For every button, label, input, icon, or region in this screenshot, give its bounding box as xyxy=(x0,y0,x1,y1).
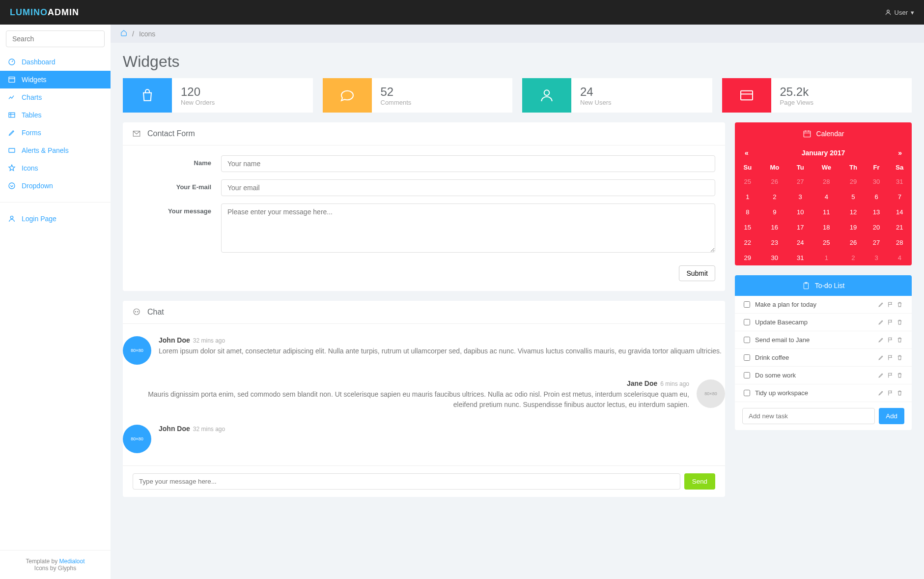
todo-checkbox[interactable] xyxy=(744,301,750,308)
svg-point-5 xyxy=(9,183,15,189)
todo-text: Send email to Jane xyxy=(755,336,873,344)
calendar-day[interactable]: 18 xyxy=(812,220,841,235)
calendar-day[interactable]: 14 xyxy=(888,204,912,220)
flag-icon[interactable] xyxy=(887,337,894,343)
sidebar-item-forms[interactable]: Forms xyxy=(0,124,111,142)
calendar-next[interactable]: » xyxy=(898,149,902,157)
name-input[interactable] xyxy=(221,155,715,172)
todo-checkbox[interactable] xyxy=(744,319,750,325)
edit-icon[interactable] xyxy=(878,301,884,308)
email-input[interactable] xyxy=(221,179,715,196)
search-input[interactable] xyxy=(6,30,105,47)
calendar-day[interactable]: 22 xyxy=(735,235,760,250)
chat-input[interactable] xyxy=(133,473,680,490)
sidebar-item-tables[interactable]: Tables xyxy=(0,106,111,124)
trash-icon[interactable] xyxy=(896,337,903,343)
calendar-day[interactable]: 20 xyxy=(866,220,888,235)
calendar-day[interactable]: 26 xyxy=(760,174,789,189)
todo-add-input[interactable] xyxy=(742,408,875,424)
calendar-day[interactable]: 21 xyxy=(888,220,912,235)
calendar-day[interactable]: 10 xyxy=(789,204,812,220)
calendar-day[interactable]: 2 xyxy=(841,250,865,265)
calendar-day[interactable]: 17 xyxy=(789,220,812,235)
calendar-day[interactable]: 30 xyxy=(866,174,888,189)
home-icon[interactable] xyxy=(120,29,127,38)
calendar-dow: Su xyxy=(735,161,760,174)
message-textarea[interactable] xyxy=(221,203,715,253)
trash-icon[interactable] xyxy=(896,354,903,361)
calendar-day[interactable]: 29 xyxy=(841,174,865,189)
calendar-day[interactable]: 2 xyxy=(760,189,789,204)
flag-icon[interactable] xyxy=(887,301,894,308)
sidebar: Dashboard Widgets Charts Tables Forms Al… xyxy=(0,25,111,517)
message-label: Your message xyxy=(133,203,221,215)
calendar-day[interactable]: 29 xyxy=(735,250,760,265)
calendar-day[interactable]: 9 xyxy=(760,204,789,220)
trash-icon[interactable] xyxy=(896,301,903,308)
sidebar-item-widgets[interactable]: Widgets xyxy=(0,71,111,88)
calendar-day[interactable]: 4 xyxy=(812,189,841,204)
calendar-day[interactable]: 25 xyxy=(735,174,760,189)
calendar-prev[interactable]: « xyxy=(745,149,749,157)
login-icon xyxy=(8,215,16,223)
trash-icon[interactable] xyxy=(896,372,903,378)
svg-point-7 xyxy=(544,90,550,95)
calendar-day[interactable]: 8 xyxy=(735,204,760,220)
add-button[interactable]: Add xyxy=(879,408,904,424)
sidebar-item-charts[interactable]: Charts xyxy=(0,88,111,106)
calendar-day[interactable]: 26 xyxy=(841,235,865,250)
calendar-day[interactable]: 27 xyxy=(789,174,812,189)
trash-icon[interactable] xyxy=(896,390,903,396)
calendar-day[interactable]: 6 xyxy=(866,189,888,204)
flag-icon[interactable] xyxy=(887,319,894,325)
calendar-day[interactable]: 1 xyxy=(812,250,841,265)
calendar-day[interactable]: 12 xyxy=(841,204,865,220)
calendar-day[interactable]: 5 xyxy=(841,189,865,204)
user-menu[interactable]: User ▾ xyxy=(885,9,914,16)
calendar-day[interactable]: 28 xyxy=(888,235,912,250)
flag-icon[interactable] xyxy=(887,372,894,378)
edit-icon[interactable] xyxy=(878,372,884,378)
calendar-day[interactable]: 23 xyxy=(760,235,789,250)
sidebar-item-dropdown[interactable]: Dropdown xyxy=(0,177,111,195)
calendar-day[interactable]: 15 xyxy=(735,220,760,235)
flag-icon[interactable] xyxy=(887,390,894,396)
sidebar-item-alerts[interactable]: Alerts & Panels xyxy=(0,142,111,159)
panel-header: Chat xyxy=(123,301,725,324)
calendar-day[interactable]: 4 xyxy=(888,250,912,265)
todo-checkbox[interactable] xyxy=(744,337,750,343)
brand[interactable]: LUMINOADMIN xyxy=(10,7,79,18)
calendar-day[interactable]: 1 xyxy=(735,189,760,204)
svg-rect-13 xyxy=(804,131,811,137)
charts-icon xyxy=(8,93,16,101)
sidebar-item-login[interactable]: Login Page xyxy=(0,210,111,228)
calendar-day[interactable]: 24 xyxy=(789,235,812,250)
calendar-day[interactable]: 25 xyxy=(812,235,841,250)
calendar-day[interactable]: 11 xyxy=(812,204,841,220)
send-button[interactable]: Send xyxy=(684,473,715,490)
edit-icon[interactable] xyxy=(878,390,884,396)
sidebar-item-icons[interactable]: Icons xyxy=(0,159,111,177)
edit-icon[interactable] xyxy=(878,319,884,325)
calendar-day[interactable]: 3 xyxy=(789,189,812,204)
submit-button[interactable]: Submit xyxy=(679,265,715,281)
calendar-day[interactable]: 28 xyxy=(812,174,841,189)
calendar-day[interactable]: 31 xyxy=(888,174,912,189)
sidebar-item-dashboard[interactable]: Dashboard xyxy=(0,53,111,71)
todo-checkbox[interactable] xyxy=(744,390,750,396)
todo-text: Make a plan for today xyxy=(755,301,873,308)
edit-icon[interactable] xyxy=(878,337,884,343)
calendar-day[interactable]: 19 xyxy=(841,220,865,235)
calendar-day[interactable]: 27 xyxy=(866,235,888,250)
calendar-day[interactable]: 31 xyxy=(789,250,812,265)
calendar-day[interactable]: 7 xyxy=(888,189,912,204)
calendar-day[interactable]: 3 xyxy=(866,250,888,265)
todo-checkbox[interactable] xyxy=(744,372,750,378)
calendar-day[interactable]: 13 xyxy=(866,204,888,220)
flag-icon[interactable] xyxy=(887,354,894,361)
calendar-day[interactable]: 16 xyxy=(760,220,789,235)
todo-checkbox[interactable] xyxy=(744,354,750,361)
calendar-day[interactable]: 30 xyxy=(760,250,789,265)
trash-icon[interactable] xyxy=(896,319,903,325)
edit-icon[interactable] xyxy=(878,354,884,361)
